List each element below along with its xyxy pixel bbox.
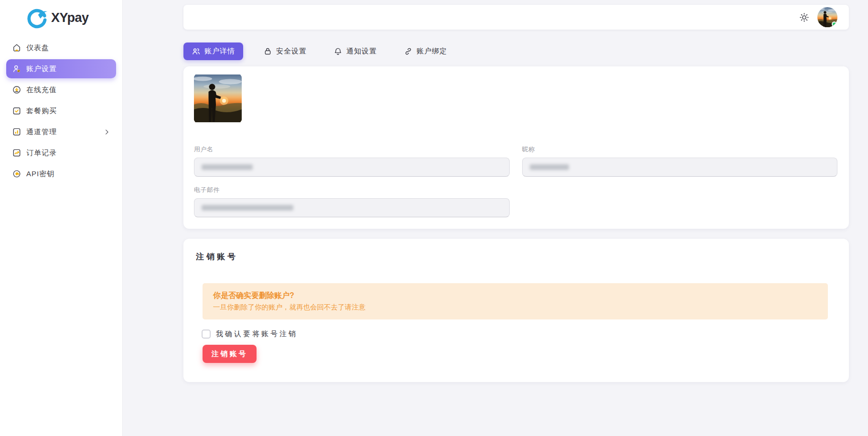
logo-text: XYpay [51, 11, 89, 25]
users-icon [192, 47, 201, 56]
confirm-delete-checkbox[interactable] [202, 330, 211, 339]
orders-icon [12, 148, 21, 158]
delete-account-button[interactable]: 注销账号 [203, 345, 257, 363]
tab-label: 账户绑定 [417, 47, 447, 56]
delete-warning-box: 你是否确实要删除账户? 一旦你删除了你的账户，就再也会回不去了请注意 [203, 283, 828, 319]
chevron-right-icon [103, 128, 110, 136]
main-area: 账户详情 安全设置 通知设置 [123, 0, 868, 436]
tab-label: 通知设置 [346, 47, 377, 56]
sidebar-item-api-keys[interactable]: API密钥 [6, 164, 116, 183]
tab-notification-settings[interactable]: 通知设置 [327, 43, 384, 60]
sun-icon [799, 12, 810, 23]
online-status-badge [832, 21, 837, 27]
redacted-value [202, 205, 293, 211]
channel-icon [12, 127, 21, 137]
api-key-icon [12, 169, 21, 179]
bell-icon [333, 47, 343, 56]
user-avatar[interactable] [817, 7, 837, 27]
sidebar-item-label: 仪表盘 [26, 43, 49, 53]
package-icon [12, 106, 21, 116]
settings-tabs: 账户详情 安全设置 通知设置 [183, 43, 849, 60]
profile-form: 用户名 昵称 电子邮件 [194, 145, 837, 217]
sidebar-item-dashboard[interactable]: 仪表盘 [6, 38, 116, 57]
delete-account-title: 注销账号 [196, 251, 837, 262]
account-details-card: 用户名 昵称 电子邮件 [183, 66, 849, 229]
redacted-value [202, 164, 253, 170]
email-label: 电子邮件 [194, 186, 510, 194]
recharge-icon [12, 85, 21, 95]
sidebar-item-label: 订单记录 [26, 149, 57, 158]
sidebar-item-label: 在线充值 [26, 85, 57, 95]
sidebar-item-package-purchase[interactable]: 套餐购买 [6, 101, 116, 120]
email-field: 电子邮件 [194, 186, 510, 217]
topbar [183, 5, 849, 30]
username-label: 用户名 [194, 145, 510, 154]
nickname-label: 昵称 [522, 145, 838, 154]
profile-photo[interactable] [194, 74, 242, 123]
sidebar-item-order-records[interactable]: 订单记录 [6, 143, 116, 162]
email-input[interactable] [194, 198, 510, 217]
username-field: 用户名 [194, 145, 510, 177]
delete-warning-title: 你是否确实要删除账户? [213, 290, 817, 301]
logo[interactable]: XYpay [0, 0, 122, 30]
user-settings-icon [12, 64, 21, 74]
tab-account-binding[interactable]: 账户绑定 [397, 43, 454, 60]
sidebar: XYpay 仪表盘 账户设置 在线充值 [0, 0, 123, 436]
tab-label: 账户详情 [204, 47, 235, 56]
confirm-delete-row[interactable]: 我确认要将账号注销 [202, 330, 837, 339]
nickname-field: 昵称 [522, 145, 838, 177]
sidebar-item-channel-management[interactable]: 通道管理 [6, 122, 116, 141]
sidebar-nav: 仪表盘 账户设置 在线充值 套餐购买 [0, 30, 122, 183]
tab-security-settings[interactable]: 安全设置 [257, 43, 313, 60]
delete-warning-body: 一旦你删除了你的账户，就再也会回不去了请注意 [213, 302, 817, 312]
delete-account-card: 注销账号 你是否确实要删除账户? 一旦你删除了你的账户，就再也会回不去了请注意 … [183, 239, 849, 382]
sidebar-item-recharge[interactable]: 在线充值 [6, 80, 116, 99]
tab-label: 安全设置 [276, 47, 307, 56]
sidebar-item-label: 通道管理 [26, 128, 57, 137]
sidebar-item-label: 账户设置 [26, 64, 57, 74]
app-root: XYpay 仪表盘 账户设置 在线充值 [0, 0, 868, 436]
sidebar-item-label: API密钥 [26, 170, 54, 179]
username-input[interactable] [194, 158, 510, 177]
logo-icon [26, 7, 48, 29]
dashboard-icon [12, 43, 21, 53]
tab-account-details[interactable]: 账户详情 [183, 43, 243, 60]
nickname-input[interactable] [522, 158, 838, 177]
confirm-delete-label: 我确认要将账号注销 [216, 330, 298, 339]
sidebar-item-label: 套餐购买 [26, 106, 57, 116]
link-icon [404, 47, 413, 56]
redacted-value [530, 164, 569, 170]
theme-toggle-button[interactable] [798, 11, 811, 24]
lock-icon [263, 47, 272, 56]
sidebar-item-account-settings[interactable]: 账户设置 [6, 59, 116, 78]
